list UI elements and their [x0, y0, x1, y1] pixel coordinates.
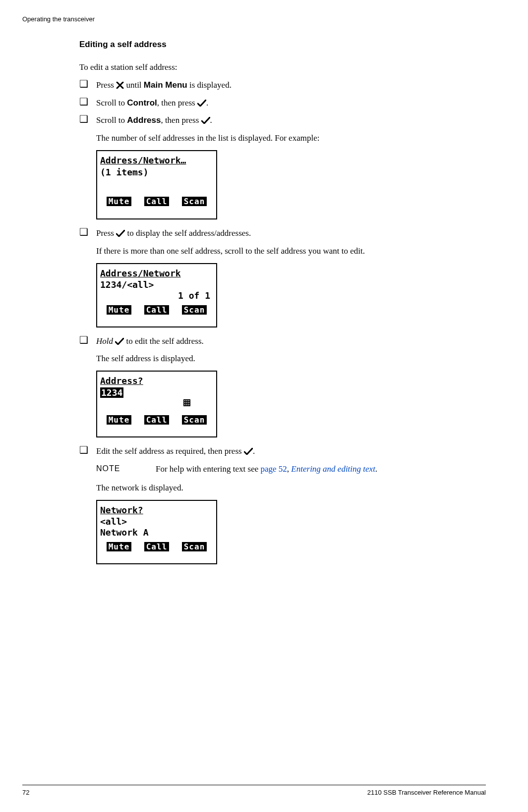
lcd-line: <all>	[100, 516, 213, 527]
x-icon	[116, 80, 124, 92]
lcd-line: 1 of 1	[100, 290, 213, 301]
checkbox-marker	[79, 335, 96, 344]
text: Scroll to	[96, 98, 127, 108]
lcd-screenshot-2: Address/Network 1234/<all> 1 of 1 Mute C…	[96, 263, 217, 327]
checkbox-marker	[79, 79, 96, 88]
softkey-mute: Mute	[107, 542, 132, 551]
step-5: Hold to edit the self address.	[79, 335, 481, 348]
softkey-scan: Scan	[182, 197, 207, 206]
page-link[interactable]: page 52	[261, 464, 287, 474]
text: .	[206, 98, 208, 108]
lcd-screenshot-1: Address/Network… (1 items) Mute Call Sca…	[96, 150, 217, 219]
text: .	[253, 446, 255, 456]
softkey-call: Call	[144, 415, 170, 425]
section-link[interactable]: Entering and editing text	[291, 464, 375, 474]
lcd-title: Address?	[100, 376, 213, 386]
checkbox-marker	[79, 227, 96, 236]
step-4: Press to display the self address/addres…	[79, 227, 481, 240]
softkey-mute: Mute	[107, 305, 132, 315]
softkey-mute: Mute	[107, 415, 132, 425]
check-icon	[201, 115, 210, 127]
checkbox-marker	[79, 445, 96, 454]
step-3: Scroll to Address, then press .	[79, 114, 481, 127]
check-icon	[197, 98, 206, 110]
note-row: NOTE For help with entering text see pag…	[96, 463, 481, 475]
check-icon	[116, 228, 125, 240]
lcd-softkeys: Mute Call Scan	[100, 305, 213, 315]
manual-title: 2110 SSB Transceiver Reference Manual	[367, 788, 486, 797]
step-2-text: Scroll to Control, then press .	[96, 97, 481, 110]
step-1-text: Press until Main Menu is displayed.	[96, 79, 481, 92]
text: Edit the self address as required, then …	[96, 446, 244, 456]
text: Press	[96, 80, 116, 90]
checkbox-marker	[79, 97, 96, 106]
section-heading: Editing a self address	[79, 39, 481, 51]
note-text: For help with entering text see page 52,…	[156, 463, 481, 475]
text: until	[124, 80, 144, 90]
softkey-scan: Scan	[182, 305, 207, 315]
step-3-text: Scroll to Address, then press .	[96, 114, 481, 127]
page-footer: 72 2110 SSB Transceiver Reference Manual	[22, 785, 486, 797]
lcd-selected-value: 1234	[100, 387, 123, 398]
softkey-call: Call	[144, 542, 170, 551]
lcd-screenshot-4: Network? <all> Network A Mute Call Scan	[96, 500, 217, 564]
lcd-line: (1 items)	[100, 167, 213, 178]
checkbox-marker	[79, 114, 96, 123]
step-6-text: Edit the self address as required, then …	[96, 445, 481, 458]
step-1: Press until Main Menu is displayed.	[79, 79, 481, 92]
lcd-line: Network A	[100, 527, 213, 538]
lcd-title: Address/Network	[100, 268, 213, 279]
hash-icon	[183, 399, 190, 406]
text: Press	[96, 228, 116, 238]
step-4-result: If there is more than one self address, …	[96, 245, 481, 257]
text: , then press	[161, 115, 201, 125]
intro-text: To edit a station self address:	[79, 61, 481, 73]
step-5-text: Hold to edit the self address.	[96, 335, 481, 348]
text-italic: Hold	[96, 336, 113, 346]
softkey-call: Call	[144, 197, 170, 206]
menu-name: Control	[127, 98, 157, 108]
step-4-text: Press to display the self address/addres…	[96, 227, 481, 240]
lcd-softkeys: Mute Call Scan	[100, 415, 213, 425]
text: to display the self address/addresses.	[125, 228, 251, 238]
lcd-title: Network?	[100, 505, 213, 516]
softkey-call: Call	[144, 305, 170, 315]
lcd-softkeys: Mute Call Scan	[100, 542, 213, 551]
step-6: Edit the self address as required, then …	[79, 445, 481, 458]
step-6-result: The network is displayed.	[96, 482, 481, 494]
lcd-softkeys: Mute Call Scan	[100, 197, 213, 206]
text: is displayed.	[187, 80, 232, 90]
check-icon	[115, 336, 124, 348]
softkey-scan: Scan	[182, 542, 207, 551]
step-3-result: The number of self addresses in the list…	[96, 132, 481, 144]
note-label: NOTE	[96, 463, 156, 475]
menu-name: Main Menu	[144, 80, 187, 90]
text: .	[210, 115, 212, 125]
softkey-scan: Scan	[182, 415, 207, 425]
step-2: Scroll to Control, then press .	[79, 97, 481, 110]
check-icon	[244, 446, 253, 458]
lcd-title: Address/Network…	[100, 155, 213, 166]
text: For help with entering text see	[156, 464, 261, 474]
softkey-mute: Mute	[107, 197, 132, 206]
lcd-line: 1234	[100, 387, 213, 398]
running-header: Operating the transceiver	[22, 15, 486, 24]
text: to edit the self address.	[124, 336, 204, 346]
text: .	[375, 464, 377, 474]
lcd-screenshot-3: Address? 1234 Mute Call Scan	[96, 371, 217, 437]
lcd-line: 1234/<all>	[100, 279, 213, 290]
step-5-result: The self address is displayed.	[96, 353, 481, 365]
text: Scroll to	[96, 115, 127, 125]
text: , then press	[157, 98, 197, 108]
menu-name: Address	[127, 115, 161, 125]
page-number: 72	[22, 788, 29, 797]
